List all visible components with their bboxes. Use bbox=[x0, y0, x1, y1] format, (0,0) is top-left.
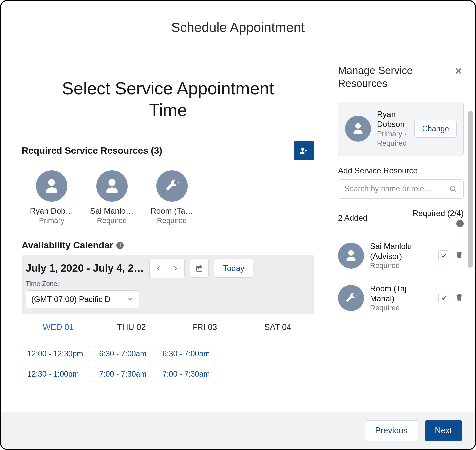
primary-sub: Primary · Required bbox=[377, 129, 408, 148]
time-slot[interactable]: 7:00 - 7:30am bbox=[94, 366, 152, 382]
trash-icon bbox=[455, 293, 464, 302]
trash-icon bbox=[455, 251, 464, 259]
person-icon bbox=[36, 170, 67, 202]
titlebar: Schedule Appointment bbox=[1, 1, 475, 54]
timezone-value: (GMT-07:00) Pacific D bbox=[31, 295, 110, 304]
time-slot[interactable]: 6:30 - 7:00am bbox=[157, 346, 215, 362]
chevron-down-icon bbox=[127, 296, 133, 302]
person-icon bbox=[345, 116, 371, 142]
day-tab[interactable]: THU 02 bbox=[95, 322, 168, 332]
resources-row: Ryan Dob… Primary Sai Manlo… Required Ro… bbox=[22, 170, 314, 225]
resource-name: Sai Manlo… bbox=[90, 206, 134, 216]
remove-resource-button[interactable] bbox=[455, 293, 464, 303]
next-week-button[interactable] bbox=[167, 259, 184, 278]
wrench-icon bbox=[338, 285, 364, 311]
primary-resource-card: Ryan Dobson Primary · Required Change bbox=[338, 102, 464, 156]
date-range: July 1, 2020 - July 4, 2… bbox=[26, 262, 144, 274]
timezone-select[interactable]: (GMT-07:00) Pacific D bbox=[26, 290, 139, 308]
info-icon[interactable]: i bbox=[116, 242, 124, 249]
added-resource-row: Room (Taj Mahal) Required bbox=[338, 277, 464, 319]
scrollbar[interactable] bbox=[468, 111, 473, 268]
calendar-controls: July 1, 2020 - July 4, 2… Today Ti bbox=[22, 255, 314, 314]
time-slot[interactable]: 7:00 - 7:30am bbox=[157, 366, 215, 382]
add-resource-label: Add Service Resource bbox=[338, 166, 464, 175]
check-icon bbox=[441, 295, 447, 301]
calendar-picker-button[interactable] bbox=[190, 259, 209, 278]
time-slot[interactable]: 6:30 - 7:00am bbox=[94, 346, 152, 362]
close-panel-button[interactable]: ✕ bbox=[453, 64, 464, 78]
added-name: Sai Manlolu (Advisor) bbox=[370, 241, 420, 261]
info-icon[interactable]: i bbox=[456, 220, 464, 227]
added-name: Room (Taj Mahal) bbox=[370, 284, 420, 304]
time-slot[interactable]: 12:00 - 12:30pm bbox=[22, 346, 89, 362]
resource-name: Ryan Dob… bbox=[30, 206, 74, 216]
search-placeholder: Search by name or role… bbox=[344, 184, 432, 193]
next-button[interactable]: Next bbox=[425, 420, 462, 441]
added-sub: Required bbox=[370, 261, 432, 270]
change-primary-button[interactable]: Change bbox=[414, 120, 457, 138]
prev-week-button[interactable] bbox=[150, 259, 167, 278]
page-title: Select Service Appointment Time bbox=[48, 78, 288, 121]
check-icon bbox=[441, 253, 447, 259]
required-checkbox[interactable] bbox=[438, 293, 449, 303]
today-button[interactable]: Today bbox=[214, 259, 253, 278]
close-icon: ✕ bbox=[455, 66, 462, 76]
primary-name: Ryan Dobson bbox=[377, 109, 408, 129]
footer: Previous Next bbox=[1, 412, 475, 449]
day-tab[interactable]: FRI 03 bbox=[168, 322, 241, 332]
person-add-icon bbox=[299, 146, 309, 155]
chevron-right-icon bbox=[172, 265, 179, 272]
added-resource-row: Sai Manlolu (Advisor) Required bbox=[338, 235, 464, 277]
chevron-left-icon bbox=[155, 265, 162, 272]
timezone-label: Time Zone: bbox=[26, 280, 310, 288]
person-icon bbox=[338, 243, 364, 269]
availability-label: Availability Calendar bbox=[22, 240, 113, 251]
person-icon bbox=[96, 170, 128, 202]
day-tab[interactable]: SAT 04 bbox=[241, 322, 315, 332]
resource-role: Primary bbox=[39, 216, 64, 225]
panel-title: Manage Service Resources bbox=[338, 64, 438, 90]
added-sub: Required bbox=[370, 304, 432, 312]
required-checkbox[interactable] bbox=[438, 250, 449, 261]
time-slot[interactable]: 12:30 - 1:00pm bbox=[22, 366, 89, 382]
remove-resource-button[interactable] bbox=[455, 251, 464, 261]
side-panel: Manage Service Resources ✕ Ryan Dobson P… bbox=[328, 54, 475, 394]
previous-button[interactable]: Previous bbox=[365, 420, 418, 441]
resource-card: Room (Ta… Required bbox=[142, 170, 202, 225]
day-tab[interactable]: WED 01 bbox=[22, 322, 95, 332]
required-count-label: Required (2/4) bbox=[413, 209, 464, 218]
added-count-label: 2 Added bbox=[338, 213, 367, 223]
added-resources-list: Sai Manlolu (Advisor) Required bbox=[338, 235, 464, 319]
wrench-icon bbox=[156, 170, 188, 202]
calendar-icon bbox=[195, 264, 203, 272]
search-resource-input[interactable]: Search by name or role… bbox=[338, 179, 464, 199]
main-column: Select Service Appointment Time Required… bbox=[1, 54, 328, 394]
resource-name: Room (Ta… bbox=[150, 206, 193, 216]
search-icon bbox=[449, 185, 457, 193]
resource-card: Ryan Dob… Primary bbox=[22, 170, 82, 225]
resource-card: Sai Manlo… Required bbox=[82, 170, 142, 225]
required-resources-label: Required Service Resources (3) bbox=[22, 145, 162, 156]
time-slots: 12:00 - 12:30pm 12:30 - 1:00pm 6:30 - 7:… bbox=[22, 339, 314, 382]
resource-role: Required bbox=[97, 216, 127, 225]
resource-role: Required bbox=[157, 216, 187, 225]
app-title: Schedule Appointment bbox=[171, 20, 305, 35]
day-tabs: WED 01 THU 02 FRI 03 SAT 04 bbox=[22, 314, 314, 339]
add-resource-button[interactable] bbox=[294, 141, 314, 160]
